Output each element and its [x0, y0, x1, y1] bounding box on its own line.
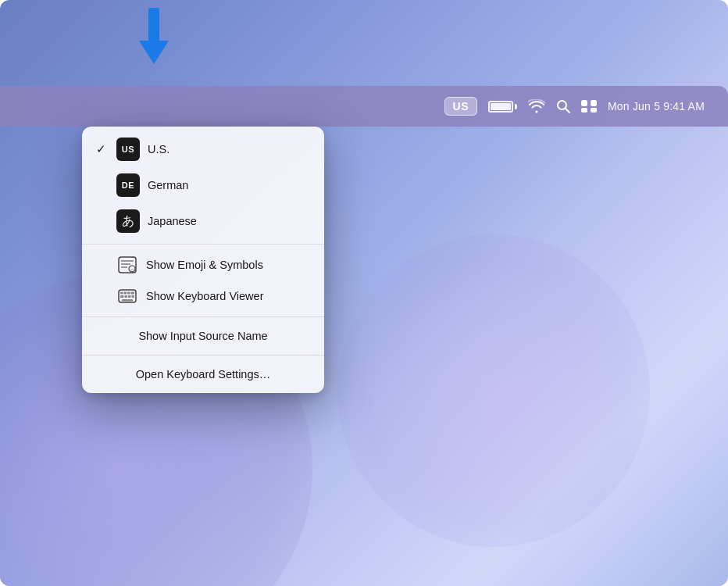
menu-item-keyboard-viewer[interactable]: Show Keyboard Viewer	[105, 280, 324, 312]
us-badge: US	[116, 138, 140, 161]
svg-rect-4	[581, 100, 587, 106]
svg-rect-0	[148, 8, 159, 42]
checkmark-us: ✓	[93, 142, 109, 156]
show-input-source-label: Show Input Source Name	[138, 330, 267, 342]
datetime: Mon Jun 5 9:41 AM	[608, 100, 705, 113]
menu-item-japanese[interactable]: あ Japanese	[82, 203, 324, 239]
arrow-indicator	[139, 8, 169, 64]
svg-marker-1	[139, 41, 169, 64]
input-source-button[interactable]: US	[444, 97, 477, 116]
down-arrow-icon	[139, 8, 169, 64]
input-source-section: Show Input Source Name	[82, 317, 324, 356]
svg-rect-5	[591, 100, 597, 106]
svg-rect-23	[122, 299, 133, 302]
keyboard-settings-label: Open Keyboard Settings…	[136, 368, 271, 381]
menu-item-keyboard-settings[interactable]: Open Keyboard Settings…	[82, 360, 324, 388]
svg-text:☺: ☺	[130, 267, 135, 273]
menu-item-german[interactable]: DE German	[82, 167, 324, 203]
menu-item-us[interactable]: ✓ US U.S.	[82, 131, 324, 167]
svg-rect-18	[131, 292, 135, 295]
svg-rect-21	[128, 295, 131, 298]
keyboard-viewer-label: Show Keyboard Viewer	[146, 290, 263, 302]
svg-rect-15	[120, 292, 123, 295]
svg-rect-6	[581, 108, 587, 113]
tools-section: ☺ Show Emoji & Symbols	[82, 245, 324, 317]
language-section: ✓ US U.S. DE German あ Japanese	[82, 127, 324, 245]
control-center-icon[interactable]	[581, 99, 597, 113]
emoji-icon: ☺	[116, 255, 138, 274]
svg-line-3	[566, 109, 569, 113]
svg-rect-19	[120, 295, 124, 298]
menubar-items: US	[444, 97, 705, 116]
battery-tip	[515, 104, 517, 109]
ja-badge: あ	[116, 209, 140, 233]
svg-rect-16	[124, 292, 127, 295]
battery-icon[interactable]	[488, 101, 517, 113]
de-badge: DE	[116, 173, 140, 197]
wifi-icon[interactable]	[528, 99, 545, 113]
menu-item-show-input-source[interactable]: Show Input Source Name	[82, 322, 324, 350]
keyboard-viewer-icon	[116, 287, 138, 306]
dropdown-menu: ✓ US U.S. DE German あ Japanese	[82, 127, 324, 393]
german-label: German	[148, 179, 188, 191]
emoji-label: Show Emoji & Symbols	[146, 259, 263, 271]
us-label: U.S.	[148, 143, 170, 155]
desktop: US	[0, 0, 728, 586]
menu-item-emoji[interactable]: ☺ Show Emoji & Symbols	[105, 249, 324, 280]
keyboard-settings-section: Open Keyboard Settings…	[82, 356, 324, 393]
menubar: US	[0, 86, 728, 127]
svg-rect-7	[591, 108, 597, 113]
svg-rect-20	[125, 295, 128, 298]
input-source-label[interactable]: US	[444, 97, 477, 116]
svg-rect-17	[127, 292, 130, 295]
battery-fill	[491, 103, 511, 110]
svg-rect-22	[132, 295, 135, 298]
japanese-label: Japanese	[148, 215, 197, 227]
spotlight-icon[interactable]	[556, 99, 570, 113]
battery-body	[488, 101, 513, 113]
